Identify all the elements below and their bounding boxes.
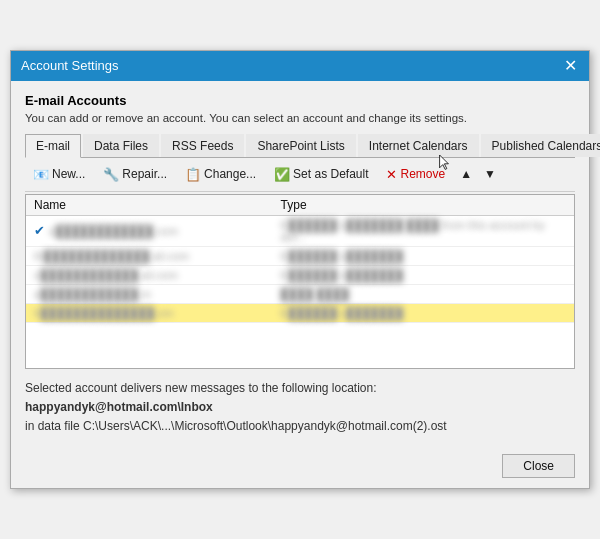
tab-bar: E-mail Data Files RSS Feeds SharePoint L… [25, 134, 575, 158]
account-type: ████ ████ [273, 284, 574, 303]
account-type-text: E██████ s███████ [281, 250, 404, 262]
table-row[interactable]: ✔a████████████.comE██████ s███████ ████ … [26, 215, 574, 246]
new-icon: 📧 [33, 167, 49, 182]
account-type: E██████ s███████ [273, 246, 574, 265]
account-type-text: E██████ s███████ ████ from this account … [281, 219, 545, 243]
table-row[interactable]: o████████████.ail.comE██████ s███████ [26, 265, 574, 284]
accounts-table: Name Type ✔a████████████.comE██████ s███… [26, 195, 574, 323]
account-name-text: o████████████.ail.com [34, 269, 178, 281]
dialog-footer: Close [11, 446, 589, 488]
new-label: New... [52, 167, 85, 181]
account-type-text: E██████ s███████ [281, 269, 404, 281]
arrow-up-button[interactable]: ▲ [455, 163, 477, 185]
repair-label: Repair... [122, 167, 167, 181]
new-button[interactable]: 📧 New... [25, 163, 93, 186]
table-row[interactable]: h██████████████.omE██████ s███████ [26, 303, 574, 322]
repair-button[interactable]: 🔧 Repair... [95, 163, 175, 186]
set-default-icon: ✅ [274, 167, 290, 182]
table-row[interactable]: th█████████████.ail.comE██████ s███████ [26, 246, 574, 265]
delivery-path: happyandyk@hotmail.com\Inbox [25, 398, 575, 417]
repair-icon: 🔧 [103, 167, 119, 182]
tab-data-files[interactable]: Data Files [83, 134, 159, 157]
account-name: th█████████████.ail.com [26, 246, 273, 265]
table-row[interactable]: a████████████.m████ ████ [26, 284, 574, 303]
dialog-title: Account Settings [21, 58, 119, 73]
close-button[interactable]: Close [502, 454, 575, 478]
section-title: E-mail Accounts [25, 93, 575, 108]
account-name: a████████████.m [26, 284, 273, 303]
col-header-name: Name [26, 195, 273, 216]
tab-email[interactable]: E-mail [25, 134, 81, 158]
change-button[interactable]: 📋 Change... [177, 163, 264, 186]
footer-info: Selected account delivers new messages t… [25, 379, 575, 437]
change-label: Change... [204, 167, 256, 181]
account-type: E██████ s███████ [273, 303, 574, 322]
tab-rss-feeds[interactable]: RSS Feeds [161, 134, 244, 157]
set-default-label: Set as Default [293, 167, 368, 181]
accounts-table-container: Name Type ✔a████████████.comE██████ s███… [25, 194, 575, 369]
remove-label: Remove [400, 167, 445, 181]
tab-sharepoint[interactable]: SharePoint Lists [246, 134, 355, 157]
col-header-type: Type [273, 195, 574, 216]
dialog-body: E-mail Accounts You can add or remove an… [11, 81, 589, 447]
account-type-text: ████ ████ [281, 288, 349, 300]
default-checkmark: ✔ [34, 223, 45, 238]
remove-icon: ✕ [386, 167, 397, 182]
account-name-text: h██████████████.om [34, 307, 174, 319]
set-default-button[interactable]: ✅ Set as Default [266, 163, 376, 186]
arrow-down-button[interactable]: ▼ [479, 163, 501, 185]
tab-published-calendars[interactable]: Published Calendars [481, 134, 600, 157]
close-icon[interactable]: ✕ [562, 58, 579, 74]
account-name-text: a████████████.com [49, 225, 178, 237]
remove-button[interactable]: ✕ Remove [378, 163, 453, 186]
account-type-text: E██████ s███████ [281, 307, 404, 319]
account-name: o████████████.ail.com [26, 265, 273, 284]
account-type: E██████ s███████ [273, 265, 574, 284]
toolbar: 📧 New... 🔧 Repair... 📋 Change... ✅ Set a… [25, 158, 575, 192]
footer-description: Selected account delivers new messages t… [25, 379, 575, 398]
data-file-path: in data file C:\Users\ACK\...\Microsoft\… [25, 417, 575, 436]
change-icon: 📋 [185, 167, 201, 182]
account-name: h██████████████.om [26, 303, 273, 322]
account-type: E██████ s███████ ████ from this account … [273, 215, 574, 246]
tab-internet-calendars[interactable]: Internet Calendars [358, 134, 479, 157]
account-settings-dialog: Account Settings ✕ E-mail Accounts You c… [10, 50, 590, 490]
account-name-text: th█████████████.ail.com [34, 250, 189, 262]
account-name-text: a████████████.m [34, 288, 151, 300]
title-bar: Account Settings ✕ [11, 51, 589, 81]
account-name: ✔a████████████.com [26, 215, 273, 246]
section-description: You can add or remove an account. You ca… [25, 112, 575, 124]
